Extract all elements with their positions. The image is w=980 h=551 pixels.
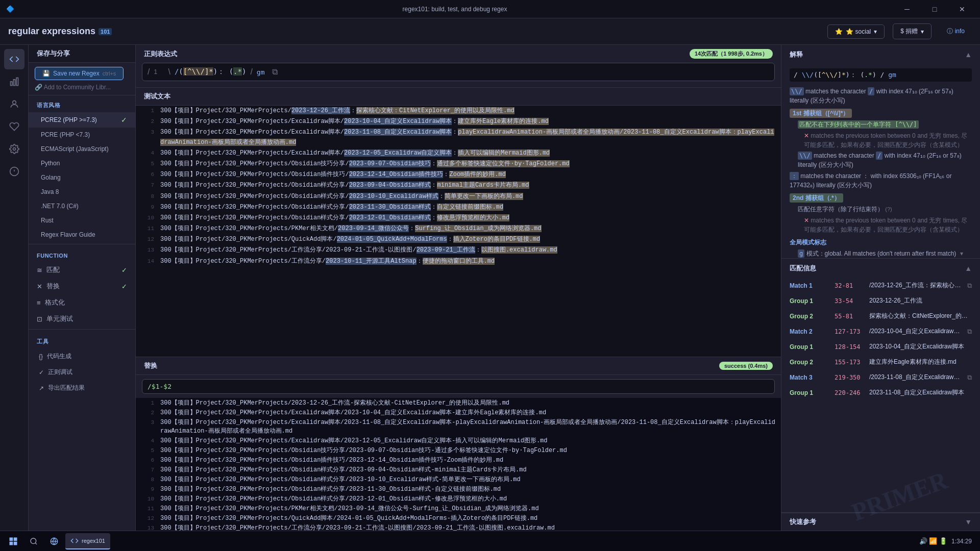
lang-item[interactable]: .NET 7.0 (C#) (29, 199, 135, 213)
donate-button[interactable]: $ 捐赠 ▾ (893, 23, 932, 39)
right-panel: 解释 ▲ / \\/([^\\/]*)： (.*) / gm \\/ match… (781, 45, 980, 531)
info-button[interactable]: ⓘ info (940, 24, 972, 39)
replace-line-content: 300【项目】Project/320_PKMerProjects/Excalid… (160, 408, 546, 417)
close-button[interactable]: ✕ (950, 0, 974, 18)
social-button[interactable]: ⭐ ⭐ social ▾ (827, 24, 885, 39)
function-item[interactable]: ≅ 匹配 ✓ (29, 262, 135, 278)
replace-line: 13300【项目】Project/320_PKMerProjects/工作流分享… (136, 523, 781, 531)
replace-pattern[interactable]: /$1-$2 (148, 383, 172, 390)
match-value: /2023-10-04_自定义Excalidraw脚本：建立库外Eagle素材库… (869, 327, 963, 336)
line-content: 300【项目】Project/320_PKMerProjects/QuickAd… (160, 235, 540, 244)
taskbar-regex-app[interactable]: regex101 (65, 533, 110, 549)
sidebar-icon-settings[interactable] (4, 139, 24, 159)
regex-index: 1 (154, 68, 164, 76)
match-label: Match 3 (790, 374, 830, 381)
highlight-group1: 2023-11-08_自定义Excalidraw脚本 (344, 129, 452, 136)
save-new-regex-button[interactable]: 💾 Save new Regex ctrl+s (35, 67, 124, 80)
add-community-button[interactable]: 🔗 Add to Community Libr... (35, 84, 111, 91)
replace-line-number: 4 (140, 438, 154, 444)
tool-item[interactable]: ✓ 正则调试 (29, 364, 135, 380)
start-button[interactable] (4, 532, 22, 550)
explain-group2-item1: 匹配任意字符（除了行结束符） (?) (798, 205, 972, 214)
sidebar-icon-info2[interactable] (4, 161, 24, 182)
regex-copy-button[interactable]: ⧉ (269, 66, 281, 78)
line-content: 300【项目】Project/320_PKMerProjects/Excalid… (160, 148, 550, 158)
explain-pattern: / \\/([^\\/]*)： (.*) / gm (790, 68, 972, 82)
function-item[interactable]: ✕ 替换 ✓ (29, 278, 135, 294)
function-item[interactable]: ≡ 格式化 (29, 294, 135, 311)
taskbar-search[interactable] (24, 533, 43, 549)
taskbar-browser[interactable] (45, 533, 63, 549)
minimize-button[interactable]: ─ (895, 0, 919, 18)
lang-item[interactable]: Golang (29, 170, 135, 185)
language-sidebar: 保存与分享 💾 Save new Regex ctrl+s 🔗 Add to C… (29, 45, 136, 531)
match-info-row: Group 1 220-246 2023-11-08_自定义Excalidraw… (781, 385, 980, 400)
lang-item[interactable]: ECMAScript (JavaScript) (29, 142, 135, 156)
regex-pattern[interactable]: /([^\\/]*)： (.*) (175, 67, 246, 77)
regex-flags[interactable]: gm (257, 68, 265, 76)
regex-input-row: / 1 \ /([^\\/]*)： (.*) / gm ⧉ (142, 63, 775, 81)
maximize-button[interactable]: □ (923, 0, 946, 18)
replace-line: 12300【项目】Project/320_PKMerProjects/Quick… (136, 513, 781, 523)
replace-line-number: 2 (140, 410, 154, 416)
group-label: Group 1 (790, 389, 830, 396)
test-line: 2300【项目】Project/320_PKMerProjects/Excali… (136, 116, 781, 127)
sidebar-icon-code[interactable] (4, 49, 24, 69)
test-line: 12300【项目】Project/320_PKMerProjects/Quick… (136, 234, 781, 245)
lang-item[interactable]: PCRE (PHP <7.3) (29, 128, 135, 142)
logo-sub: 101 (99, 28, 112, 35)
func-check-icon: ✓ (121, 283, 127, 290)
highlight-group1: 2023-09-21_工作流 (416, 246, 475, 254)
test-section-title: 测试文本 (144, 92, 170, 100)
lang-item[interactable]: Python (29, 156, 135, 170)
tool-item[interactable]: ↗ 导出匹配结果 (29, 380, 135, 396)
sidebar-icon-chart[interactable] (4, 71, 24, 92)
match-range: 33-54 (835, 297, 865, 305)
highlight-group1: 2023-09-04-Obsidian样式 (349, 182, 431, 189)
test-content[interactable]: 1300【项目】Project/320_PKMerProjects/2023-1… (136, 106, 781, 357)
replace-line: 6300【项目】Project/320_PKMerProjects/Obsidi… (136, 455, 781, 465)
replace-input-row[interactable]: /$1-$2 (142, 379, 775, 394)
replace-line-number: 7 (140, 467, 154, 473)
explain-section: 解释 ▲ / \\/([^\\/]*)： (.*) / gm \\/ match… (781, 45, 980, 259)
match-copy-button[interactable]: ⧉ (967, 373, 972, 382)
help-icon[interactable]: (?) (885, 206, 892, 212)
line-content: 300【项目】Project/320_PKMerProjects/Obsidia… (160, 192, 523, 202)
svg-line-13 (35, 543, 37, 544)
match-copy-button[interactable]: ⧉ (967, 282, 972, 290)
lang-item[interactable]: Regex Flavor Guide (29, 228, 135, 242)
lang-item[interactable]: Rust (29, 213, 135, 228)
line-content: 300【项目】Project/320_PKMerProjects/Excalid… (160, 117, 549, 127)
highlight-group1: 2023-12-05_Excalidraw自定义脚本 (344, 149, 452, 157)
tool-item[interactable]: {} 代码生成 (29, 348, 135, 364)
save-shortcut: ctrl+s (103, 70, 116, 77)
match-value: 2023-10-04_自定义Excalidraw脚本 (869, 342, 972, 351)
replace-section-title: 替换 (144, 361, 157, 370)
svg-rect-1 (13, 80, 15, 86)
svg-rect-2 (16, 78, 18, 86)
explain-header[interactable]: 解释 ▲ (781, 45, 980, 64)
sidebar-icon-heart[interactable] (4, 116, 24, 137)
lang-item[interactable]: Java 8 (29, 185, 135, 199)
match-info-header[interactable]: 匹配信息 ▲ (781, 259, 980, 278)
replace-line-content: 300【项目】Project/320_PKMerProjects/Obsidia… (160, 456, 503, 464)
line-number: 12 (140, 235, 154, 244)
star-icon: ⭐ (835, 28, 843, 35)
quickref-section[interactable]: 快速参考 ▼ (781, 513, 980, 531)
flags-chevron[interactable]: ▾ (960, 250, 963, 257)
sidebar-icon-user[interactable] (4, 94, 24, 114)
test-header: 测试文本 (136, 88, 781, 106)
line-content: 300【项目】Project/320_PKMerProjects/PKMer相关… (160, 224, 542, 234)
match-copy-button[interactable]: ⧉ (967, 328, 972, 336)
test-line: 5300【项目】Project/320_PKMerProjects/Obsidi… (136, 159, 781, 169)
match-range: 32-81 (835, 282, 865, 289)
test-line: 8300【项目】Project/320_PKMerProjects/Obsidi… (136, 191, 781, 202)
highlight-group1: 2023-09-07-Obsidian技巧 (349, 160, 431, 167)
function-item[interactable]: ⊡ 单元测试 (29, 311, 135, 327)
top-nav: regular expressions 101 ⭐ ⭐ social ▾ $ 捐… (0, 18, 980, 45)
match-range: 220-246 (835, 389, 865, 396)
match-info-row: Group 2 155-173 建立库外Eagle素材库的连接.md (781, 355, 980, 370)
regex-delimiter-close: / (250, 67, 252, 77)
highlight-group1: 2023-10-10_Excalidraw样式 (349, 193, 438, 200)
lang-item[interactable]: PCRE2 (PHP >=7.3) ✓ (29, 112, 135, 128)
